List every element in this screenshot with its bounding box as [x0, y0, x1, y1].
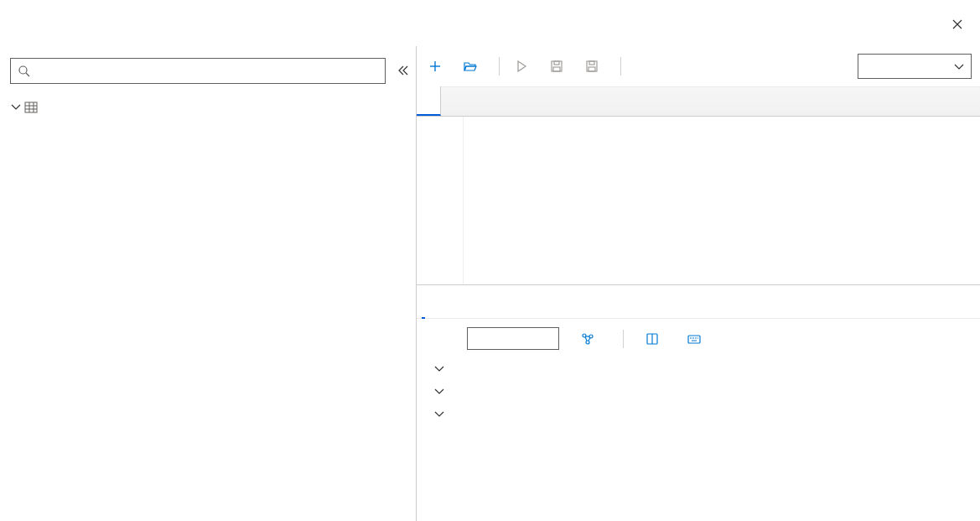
query-tab-1[interactable]	[417, 86, 441, 116]
save-icon	[550, 60, 563, 73]
tab-messages[interactable]	[497, 285, 500, 319]
editor-gutter	[417, 117, 464, 284]
tab-get-started[interactable]	[422, 285, 425, 319]
open-query-button[interactable]	[464, 60, 484, 73]
chevron-down-icon	[433, 386, 444, 397]
section-example-queries[interactable]	[433, 386, 980, 397]
search-box[interactable]	[10, 58, 386, 84]
play-icon	[515, 60, 528, 73]
search-icon	[18, 65, 30, 77]
chevron-down-icon	[433, 363, 444, 374]
query-tab-bar	[417, 87, 980, 117]
new-query-button[interactable]	[428, 60, 449, 73]
search-input[interactable]	[37, 64, 378, 78]
header	[0, 0, 980, 46]
results-area	[417, 284, 980, 521]
tab-results[interactable]	[447, 285, 450, 319]
save-button[interactable]	[550, 60, 570, 73]
plus-icon	[428, 60, 442, 73]
separator	[623, 330, 624, 348]
folder-open-icon	[464, 60, 477, 73]
run-query-button[interactable]	[515, 60, 535, 73]
toolbar-separator	[499, 57, 500, 76]
close-button[interactable]	[945, 12, 968, 35]
editor-content[interactable]	[464, 117, 980, 284]
toolbar-separator	[620, 57, 621, 76]
results-tab-bar	[417, 285, 980, 319]
book-icon	[646, 332, 659, 346]
graph-icon	[581, 332, 594, 346]
subscription-scope-dropdown[interactable]	[858, 54, 972, 79]
query-editor[interactable]	[417, 117, 980, 284]
table-icon	[24, 101, 38, 114]
section-advanced-queries[interactable]	[433, 409, 980, 419]
about-resource-graph-link[interactable]	[581, 332, 601, 346]
schema-tree[interactable]	[10, 96, 416, 521]
tree-item-securityresources[interactable]	[10, 96, 416, 117]
get-started-panel	[417, 319, 980, 419]
language-reference-link[interactable]	[646, 332, 666, 346]
chevron-down-icon	[953, 61, 964, 72]
section-most-recent[interactable]	[433, 363, 980, 374]
keyboard-icon	[687, 332, 701, 346]
tab-charts	[472, 285, 475, 319]
save-as-button[interactable]	[585, 60, 605, 73]
chevron-double-left-icon	[397, 65, 409, 77]
filter-input[interactable]	[467, 327, 559, 350]
chevron-down-icon	[10, 102, 21, 112]
close-icon	[951, 18, 962, 29]
schema-panel	[0, 46, 417, 521]
keyboard-shortcuts-link[interactable]	[687, 332, 708, 346]
collapse-panel-button[interactable]	[394, 58, 411, 84]
save-icon	[585, 60, 599, 73]
toolbar	[417, 46, 980, 87]
chevron-down-icon	[433, 409, 444, 419]
query-panel	[417, 46, 980, 521]
